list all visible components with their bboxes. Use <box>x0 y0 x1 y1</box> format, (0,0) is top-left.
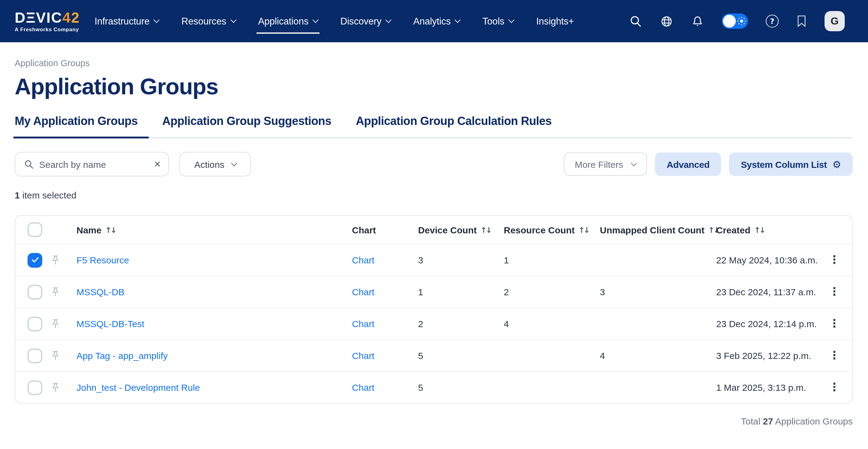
menu-tools[interactable]: Tools <box>483 0 514 42</box>
main-content: Application Groups Application Groups My… <box>0 58 868 426</box>
menu-infrastructure[interactable]: Infrastructure <box>95 0 159 42</box>
tab-application-group-suggestions[interactable]: Application Group Suggestions <box>162 115 332 137</box>
theme-toggle[interactable] <box>722 13 748 29</box>
user-avatar[interactable]: G <box>825 11 845 31</box>
resource-count-value: 2 <box>504 287 600 297</box>
logo-wordmark: DΞVIC42 <box>15 10 80 25</box>
breadcrumb: Application Groups <box>15 58 853 68</box>
pin-icon[interactable] <box>51 319 76 329</box>
tab-bar: My Application Groups Application Group … <box>15 115 853 139</box>
group-name-link[interactable]: App Tag - app_amplify <box>76 350 168 360</box>
table-row: MSSQL-DB-Test Chart 2 4 23 Dec 2024, 12:… <box>15 307 852 339</box>
column-header-created[interactable]: Created↑↓ <box>716 224 824 235</box>
chevron-down-icon <box>508 17 515 23</box>
row-checkbox[interactable] <box>28 253 42 267</box>
tab-my-application-groups[interactable]: My Application Groups <box>15 115 138 137</box>
group-name-link[interactable]: MSSQL-DB-Test <box>76 318 145 329</box>
group-name-link[interactable]: MSSQL-DB <box>76 287 125 297</box>
sort-icon[interactable]: ↑↓ <box>480 225 491 234</box>
menu-analytics[interactable]: Analytics <box>413 0 460 42</box>
device-count-value: 5 <box>418 382 504 393</box>
column-header-unmapped-client-count[interactable]: Unmapped Client Count↑↓ <box>600 224 716 235</box>
kebab-menu-icon[interactable]: ⋮ <box>824 346 845 364</box>
bookmark-icon[interactable] <box>796 15 807 28</box>
unmapped-client-count-value: 3 <box>600 287 716 297</box>
page-title: Application Groups <box>15 74 853 100</box>
created-value: 3 Feb 2025, 12:22 p.m. <box>716 350 824 361</box>
pin-icon[interactable] <box>51 255 76 265</box>
gear-icon: ⚙ <box>833 158 841 170</box>
sort-icon[interactable]: ↑↓ <box>105 225 116 234</box>
kebab-menu-icon[interactable]: ⋮ <box>824 378 845 396</box>
sort-icon[interactable]: ↑↓ <box>579 225 589 234</box>
group-name-link[interactable]: F5 Resource <box>76 255 129 265</box>
navbar-icons: ? G <box>629 11 845 31</box>
kebab-menu-icon[interactable]: ⋮ <box>824 314 845 332</box>
search-input[interactable] <box>39 159 149 169</box>
chart-link[interactable]: Chart <box>352 255 374 265</box>
pin-icon[interactable] <box>51 287 76 297</box>
resource-count-value: 4 <box>504 319 600 329</box>
created-value: 23 Dec 2024, 11:37 a.m. <box>716 287 824 297</box>
created-value: 1 Mar 2025, 3:13 p.m. <box>716 382 824 393</box>
menu-applications[interactable]: Applications <box>258 0 318 42</box>
column-header-device-count[interactable]: Device Count↑↓ <box>418 224 504 235</box>
pin-icon[interactable] <box>51 350 76 361</box>
chart-link[interactable]: Chart <box>352 318 374 329</box>
resource-count-value: 1 <box>504 255 600 265</box>
pin-icon[interactable] <box>51 382 76 393</box>
globe-icon[interactable] <box>660 14 673 28</box>
search-icon <box>24 159 34 169</box>
device42-logo[interactable]: DΞVIC42 A Freshworks Company <box>15 10 80 32</box>
chevron-down-icon <box>154 17 160 23</box>
tab-application-group-calculation-rules[interactable]: Application Group Calculation Rules <box>356 115 552 137</box>
sun-icon <box>740 20 743 23</box>
filter-buttons: More Filters Advanced System Column List… <box>564 152 853 176</box>
more-filters-dropdown[interactable]: More Filters <box>564 152 647 176</box>
device-count-value: 1 <box>418 287 504 297</box>
group-name-link[interactable]: John_test - Development Rule <box>76 382 200 392</box>
menu-discovery[interactable]: Discovery <box>340 0 391 42</box>
search-box[interactable]: ✕ <box>15 152 169 176</box>
system-column-list-button[interactable]: System Column List⚙ <box>730 152 853 176</box>
toggle-knob <box>723 15 736 28</box>
selection-status: 1 item selected <box>15 190 853 200</box>
sort-icon[interactable]: ↑↓ <box>754 225 765 234</box>
search-icon[interactable] <box>629 15 642 28</box>
table-total: Total 27 Application Groups <box>15 416 853 426</box>
chart-link[interactable]: Chart <box>352 382 374 392</box>
main-menu: Infrastructure Resources Applications Di… <box>95 0 574 42</box>
row-checkbox[interactable] <box>28 317 42 331</box>
kebab-menu-icon[interactable]: ⋮ <box>824 250 845 268</box>
column-header-chart: Chart <box>352 224 418 235</box>
table-header-row: Name↑↓ Chart Device Count↑↓ Resource Cou… <box>15 216 852 244</box>
row-checkbox[interactable] <box>28 380 42 395</box>
unmapped-client-count-value: 4 <box>600 350 716 361</box>
help-icon[interactable]: ? <box>766 15 779 28</box>
device-count-value: 5 <box>418 350 504 361</box>
column-header-name[interactable]: Name↑↓ <box>76 224 352 235</box>
row-checkbox[interactable] <box>28 285 42 299</box>
chart-link[interactable]: Chart <box>352 287 374 297</box>
notifications-bell-icon[interactable] <box>691 14 704 28</box>
chevron-down-icon <box>312 17 319 23</box>
chevron-down-icon <box>230 17 236 23</box>
kebab-menu-icon[interactable]: ⋮ <box>824 282 845 300</box>
column-header-resource-count[interactable]: Resource Count↑↓ <box>504 224 600 235</box>
menu-resources[interactable]: Resources <box>182 0 235 42</box>
menu-insights[interactable]: Insights+ <box>536 0 574 42</box>
actions-dropdown[interactable]: Actions <box>179 152 251 176</box>
chart-link[interactable]: Chart <box>352 350 374 360</box>
clear-search-icon[interactable]: ✕ <box>154 159 161 169</box>
toolbar: ✕ Actions More Filters Advanced System C… <box>15 152 853 176</box>
table-row: App Tag - app_amplify Chart 5 4 3 Feb 20… <box>15 339 852 371</box>
created-value: 22 May 2024, 10:36 a.m. <box>716 255 824 265</box>
table-row: John_test - Development Rule Chart 5 1 M… <box>15 371 852 403</box>
chevron-down-icon <box>385 17 392 23</box>
chevron-down-icon <box>455 17 461 23</box>
row-checkbox[interactable] <box>28 348 42 363</box>
select-all-checkbox[interactable] <box>28 222 42 237</box>
advanced-button[interactable]: Advanced <box>655 152 721 176</box>
device-count-value: 3 <box>418 255 504 265</box>
table-row: MSSQL-DB Chart 1 2 3 23 Dec 2024, 11:37 … <box>15 276 852 307</box>
